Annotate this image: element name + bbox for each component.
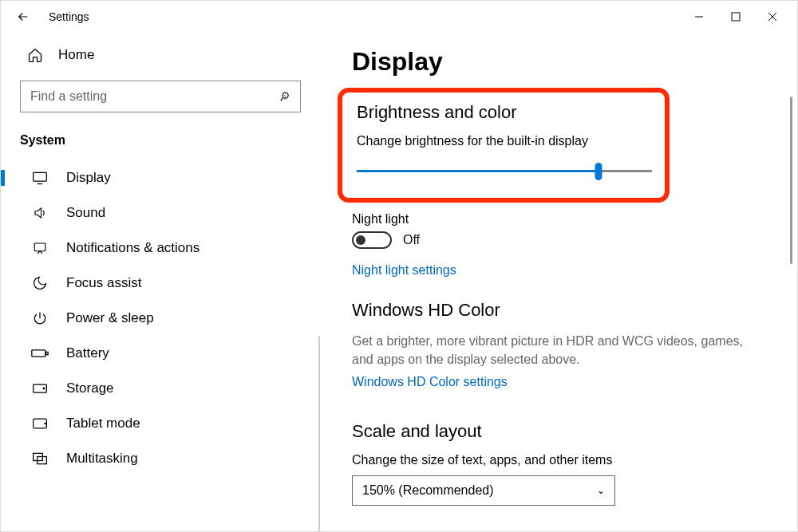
- sidebar-item-multitasking[interactable]: Multitasking: [1, 441, 320, 476]
- sidebar-item-power-sleep[interactable]: Power & sleep: [1, 301, 320, 336]
- svg-rect-1: [732, 13, 740, 21]
- sidebar-item-label: Tablet mode: [66, 416, 140, 432]
- svg-rect-4: [34, 243, 45, 251]
- sidebar-item-tablet-mode[interactable]: Tablet mode: [1, 406, 320, 441]
- brightness-heading: Brightness and color: [357, 102, 650, 123]
- advanced-scaling-link-partial[interactable]: [352, 512, 765, 520]
- svg-rect-2: [34, 172, 47, 181]
- minimize-button[interactable]: [681, 1, 717, 33]
- search-placeholder: Find a setting: [30, 89, 107, 104]
- sidebar-item-label: Sound: [66, 205, 105, 221]
- window-title: Settings: [49, 10, 89, 23]
- sidebar-item-label: Power & sleep: [66, 310, 154, 326]
- notifications-icon: [31, 241, 49, 255]
- sidebar: Home Find a setting 🔍︎ System Display So…: [1, 33, 320, 531]
- scale-dropdown-value: 150% (Recommended): [362, 483, 494, 498]
- battery-icon: [31, 348, 49, 359]
- scale-heading: Scale and layout: [352, 421, 765, 442]
- back-button[interactable]: [7, 1, 39, 33]
- scale-desc: Change the size of text, apps, and other…: [352, 453, 765, 467]
- sidebar-item-label: Display: [66, 170, 111, 186]
- sidebar-item-label: Notifications & actions: [66, 240, 200, 256]
- sidebar-item-display[interactable]: Display: [1, 160, 320, 195]
- night-light-toggle[interactable]: [352, 231, 392, 249]
- svg-rect-5: [32, 350, 45, 357]
- scrollbar-thumb[interactable]: [790, 97, 792, 264]
- svg-rect-6: [46, 352, 49, 354]
- home-label: Home: [58, 47, 94, 63]
- hd-color-desc: Get a brighter, more vibrant picture in …: [352, 332, 765, 368]
- page-title: Display: [352, 47, 765, 77]
- sidebar-item-label: Storage: [66, 380, 114, 396]
- close-button[interactable]: [754, 1, 791, 33]
- search-input[interactable]: Find a setting 🔍︎: [20, 81, 301, 112]
- sidebar-item-label: Battery: [66, 345, 109, 361]
- power-icon: [31, 310, 49, 326]
- slider-thumb[interactable]: [595, 163, 602, 180]
- sidebar-item-storage[interactable]: Storage: [1, 371, 320, 406]
- hd-color-heading: Windows HD Color: [352, 300, 765, 321]
- sound-icon: [31, 206, 49, 220]
- sidebar-item-label: Focus assist: [66, 275, 141, 291]
- sidebar-category: System: [1, 127, 320, 160]
- storage-icon: [31, 382, 49, 395]
- chevron-down-icon: ⌄: [597, 485, 605, 496]
- sidebar-item-label: Multitasking: [66, 451, 138, 467]
- sidebar-item-focus-assist[interactable]: Focus assist: [1, 266, 320, 301]
- sidebar-item-sound[interactable]: Sound: [1, 195, 320, 231]
- svg-point-8: [43, 388, 45, 389]
- highlight-annotation: Brightness and color Change brightness f…: [338, 88, 670, 203]
- scale-dropdown[interactable]: 150% (Recommended) ⌄: [352, 475, 615, 506]
- sidebar-item-home[interactable]: Home: [1, 39, 320, 71]
- display-icon: [31, 171, 49, 185]
- night-light-label: Night light: [352, 212, 765, 227]
- brightness-slider[interactable]: [357, 163, 652, 179]
- tablet-icon: [31, 417, 49, 430]
- night-light-state: Off: [403, 233, 420, 247]
- search-icon: 🔍︎: [279, 90, 290, 104]
- sidebar-item-battery[interactable]: Battery: [1, 336, 320, 371]
- multitasking-icon: [31, 451, 49, 466]
- main-content: Display Brightness and color Change brig…: [320, 33, 797, 531]
- focus-assist-icon: [31, 275, 49, 291]
- sidebar-item-notifications[interactable]: Notifications & actions: [1, 231, 320, 266]
- hd-color-settings-link[interactable]: Windows HD Color settings: [352, 375, 508, 389]
- home-icon: [26, 47, 44, 63]
- brightness-desc: Change brightness for the built-in displ…: [357, 134, 650, 148]
- svg-point-10: [45, 423, 45, 424]
- maximize-button[interactable]: [717, 1, 754, 33]
- night-light-settings-link[interactable]: Night light settings: [352, 263, 456, 278]
